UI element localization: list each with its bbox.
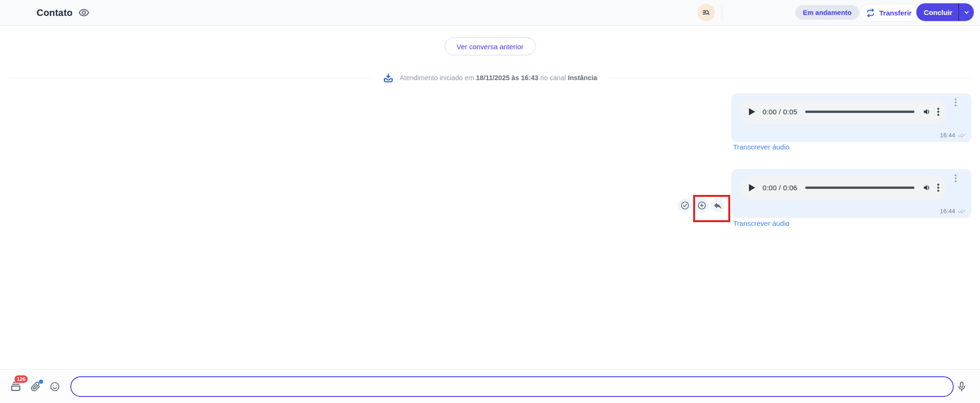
double-check-icon xyxy=(958,132,966,138)
kebab-menu-icon[interactable] xyxy=(937,107,940,116)
page-title: Contato xyxy=(37,7,73,18)
message-meta: 16:44 xyxy=(940,208,966,215)
status-badge: Em andamento xyxy=(795,5,859,20)
record-audio-button[interactable] xyxy=(956,381,967,392)
message-meta: 16:44 xyxy=(940,132,966,139)
audio-player: 0:00 / 0:06 xyxy=(740,175,947,200)
audio-time: 0:00 / 0:06 xyxy=(763,184,797,192)
volume-icon[interactable] xyxy=(922,183,931,192)
conclude-dropdown-button[interactable] xyxy=(959,3,974,21)
session-divider-text: Atendimento iniciado em 18/11/2025 às 16… xyxy=(400,74,598,82)
attach-file-button[interactable] xyxy=(30,381,41,392)
conclude-split-button: Concluir xyxy=(916,3,974,21)
emoji-icon xyxy=(49,381,60,392)
mark-resolved-button[interactable] xyxy=(678,198,692,212)
audio-player: 0:00 / 0:05 xyxy=(740,99,947,124)
download-audio-button[interactable] xyxy=(695,198,709,212)
chevron-down-icon xyxy=(963,9,970,16)
audio-time: 0:00 / 0:05 xyxy=(763,108,797,116)
divider-line-right xyxy=(609,78,971,78)
eye-icon[interactable] xyxy=(78,7,90,19)
session-divider: Atendimento iniciado em 18/11/2025 às 16… xyxy=(9,73,971,83)
message-input[interactable] xyxy=(70,376,954,397)
message-timestamp: 16:44 xyxy=(940,208,955,215)
topbar-divider xyxy=(722,6,722,20)
kebab-menu-icon[interactable] xyxy=(954,98,958,107)
transcribe-audio-link[interactable]: Transcrever áudio xyxy=(733,143,789,151)
emoji-button[interactable] xyxy=(49,381,60,392)
quick-replies-count-badge: 126 xyxy=(15,375,28,383)
reply-button[interactable] xyxy=(711,198,725,212)
divider-line-left xyxy=(9,78,371,78)
search-conversation-button[interactable] xyxy=(697,4,715,21)
double-check-icon xyxy=(958,208,966,214)
transfer-button-label: Transferir xyxy=(879,9,912,17)
kebab-menu-icon[interactable] xyxy=(954,174,958,183)
transfer-arrows-icon xyxy=(866,8,875,18)
inbox-download-icon xyxy=(383,73,394,83)
volume-icon[interactable] xyxy=(922,107,931,116)
download-circle-icon xyxy=(697,201,707,210)
topbar-left: Contato xyxy=(37,0,90,25)
transcribe-audio-link[interactable]: Transcrever áudio xyxy=(733,219,789,227)
composer-icons: 126 xyxy=(9,370,60,403)
previous-conversation-button[interactable]: Ver conversa anterior xyxy=(444,37,536,55)
conclude-button[interactable]: Concluir xyxy=(916,8,958,16)
transfer-button[interactable]: Transferir xyxy=(859,4,918,22)
play-icon[interactable] xyxy=(748,108,756,116)
reply-icon xyxy=(713,201,723,210)
audio-message-bubble: 0:00 / 0:06 16:44 xyxy=(731,169,972,218)
audio-seek-track[interactable] xyxy=(805,111,914,113)
play-icon[interactable] xyxy=(748,184,756,192)
audio-seek-track[interactable] xyxy=(805,187,914,189)
session-divider-content: Atendimento iniciado em 18/11/2025 às 16… xyxy=(383,73,598,83)
composer-bar: 126 xyxy=(0,369,980,403)
kebab-menu-icon[interactable] xyxy=(937,183,940,192)
search-list-icon xyxy=(702,8,711,17)
check-circle-icon xyxy=(680,201,690,210)
topbar: Contato Em andamento Transferir xyxy=(0,0,980,26)
attachment-notification-dot xyxy=(39,380,43,384)
mic-icon xyxy=(956,381,967,392)
quick-replies-button[interactable]: 126 xyxy=(9,380,22,393)
message-timestamp: 16:44 xyxy=(940,132,955,139)
audio-message-bubble: 0:00 / 0:05 16:44 xyxy=(731,93,972,142)
